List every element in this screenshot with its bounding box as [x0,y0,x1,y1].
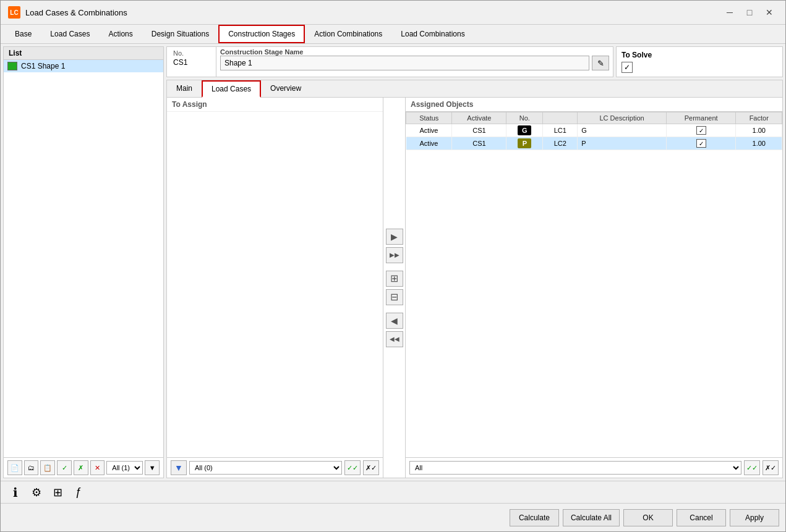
menu-bar: Base Load Cases Actions Design Situation… [1,25,785,44]
apply-button[interactable]: Apply [730,509,779,526]
remove-row-icon: ⊟ [390,291,398,303]
badge-g: G [518,125,531,135]
cs-header-row: No. CS1 Construction Stage Name ✎ [166,46,613,77]
cell-status: Active [406,137,452,150]
cancel-button[interactable]: Cancel [677,509,726,526]
table-icon: ⊞ [53,486,62,499]
tab-load-cases[interactable]: Load Cases [41,25,99,43]
col-no: No. [506,112,543,124]
calculate-button[interactable]: Calculate [510,509,559,526]
to-solve-checkbox[interactable]: ✓ [622,62,633,73]
paste-button[interactable]: 📋 [40,460,55,475]
assigned-objects-header: Assigned Objects [406,98,782,112]
cell-desc: P [578,137,667,150]
assign-check-button[interactable]: ✓✓ [344,460,361,475]
list-panel: List CS1 Shape 1 📄 🗂 📋 [3,46,164,478]
to-assign-footer: ▼ All (0) ✓✓ ✗✓ [167,457,383,478]
checkmark-icon: ✓ [624,63,630,72]
cs-name-edit-button[interactable]: ✎ [592,56,609,70]
minimize-button[interactable]: ─ [721,6,738,19]
formula-button[interactable]: ƒ [70,484,87,501]
add-row-icon: ⊞ [390,272,398,284]
check-all-icon: ✓✓ [347,464,358,472]
double-arrow-right-icon: ▶▶ [390,251,399,258]
tab-actions[interactable]: Actions [99,25,142,43]
delete-icon: ✕ [95,464,100,472]
close-button[interactable]: ✕ [761,6,778,19]
tab-load-combinations[interactable]: Load Combinations [391,25,474,43]
maximize-button[interactable]: □ [741,6,758,19]
cell-badge: P [506,137,543,150]
filter-icon: ▼ [174,463,183,473]
delete-button[interactable]: ✕ [90,460,105,475]
check-icon: ✓ [62,464,67,472]
cell-badge: G [506,124,543,137]
cs-no-section: No. CS1 [167,47,216,77]
ok-button[interactable]: OK [623,509,673,526]
assign-all-button[interactable]: ▶▶ [386,247,403,263]
settings-icon: ⚙ [32,486,41,499]
to-solve-header: To Solve [622,51,777,59]
assigned-objects-panel: Assigned Objects Status Activate No. [406,98,782,478]
remove-selected-button[interactable]: ◀ [386,313,403,329]
app-icon: LC [8,6,20,19]
cs-name-section: Construction Stage Name ✎ [216,47,613,77]
cs-name-input[interactable] [220,56,589,70]
permanent-check-icon: ✓ [699,127,704,134]
assigned-check-icon: ✓✓ [746,464,758,472]
assigned-footer: All ✓✓ ✗✓ [406,457,782,478]
copy-button[interactable]: 🗂 [24,460,39,475]
tab-overview[interactable]: Overview [261,80,310,97]
transfer-buttons: ▶ ▶▶ ⊞ ⊟ ◀ [383,98,406,478]
assign-selected-button[interactable]: ▶ [386,229,403,245]
cell-no: LC1 [543,124,578,137]
check-button[interactable]: ✓ [57,460,72,475]
tabs-content: To Assign ▼ All (0) ✓✓ [167,98,782,478]
new-icon: 📄 [11,464,19,472]
tab-load-cases[interactable]: Load Cases [202,80,261,98]
list-item-label: CS1 Shape 1 [21,62,65,70]
filter-button[interactable]: ▼ [171,460,187,475]
list-filter-dropdown[interactable]: All (1) [106,461,143,475]
col-lc-description: LC Description [578,112,667,124]
table-button[interactable]: ⊞ [49,484,66,501]
add-row-button[interactable]: ⊞ [386,271,403,287]
cell-permanent: ✓ [666,124,736,137]
bottom-toolbar: ℹ ⚙ ⊞ ƒ [1,481,785,503]
assign-uncheck-button[interactable]: ✗✓ [363,460,379,475]
info-icon: ℹ [13,485,18,500]
new-button[interactable]: 📄 [7,460,22,475]
copy-icon: 🗂 [28,464,35,471]
tab-base[interactable]: Base [6,25,41,43]
assigned-check-button[interactable]: ✓✓ [744,460,760,475]
list-item[interactable]: CS1 Shape 1 [4,60,163,72]
uncheck-button[interactable]: ✗ [74,460,88,475]
cs-no-value: CS1 [173,57,210,67]
remove-row-button[interactable]: ⊟ [386,289,403,305]
info-button[interactable]: ℹ [7,484,24,501]
assign-filter-dropdown[interactable]: All (0) [189,461,342,475]
cs-name-label: Construction Stage Name [220,48,609,56]
to-assign-header: To Assign [167,98,383,112]
cell-permanent-2: ✓ [666,137,736,150]
tab-action-combinations[interactable]: Action Combinations [305,25,391,43]
window-title: Load Cases & Combinations [25,8,127,17]
cell-activate: CS1 [452,124,506,137]
assigned-uncheck-button[interactable]: ✗✓ [763,460,779,475]
list-dropdown-btn[interactable]: ▼ [145,460,160,475]
assigned-filter-dropdown[interactable]: All [409,461,741,475]
table-row[interactable]: Active CS1 G LC1 G ✓ [406,124,782,137]
tab-main[interactable]: Main [167,80,202,97]
action-bar: Calculate Calculate All OK Cancel Apply [1,503,785,531]
tabs-container: Main Load Cases Overview To Assign ▼ [166,80,783,478]
settings-button[interactable]: ⚙ [28,484,45,501]
chevron-down-icon: ▼ [149,464,156,471]
tab-construction-stages[interactable]: Construction Stages [218,25,305,43]
calculate-all-button[interactable]: Calculate All [563,509,620,526]
main-content: List CS1 Shape 1 📄 🗂 📋 [1,44,785,531]
to-solve-panel: To Solve ✓ [616,46,783,77]
table-row[interactable]: Active CS1 P LC2 P ✓ [406,137,782,150]
col-activate: Activate [452,112,506,124]
remove-all-button[interactable]: ◀◀ [386,331,403,347]
tab-design-situations[interactable]: Design Situations [142,25,218,43]
